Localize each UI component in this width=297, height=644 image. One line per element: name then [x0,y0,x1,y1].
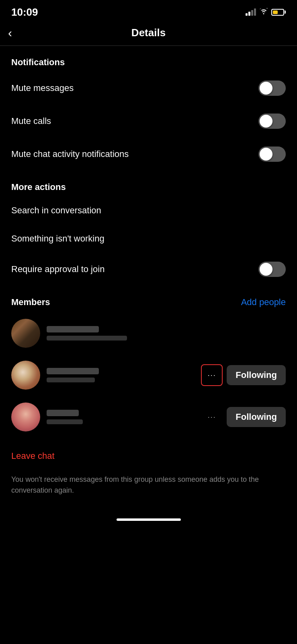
notifications-title: Notifications [11,57,65,67]
mute-chat-toggle[interactable] [258,147,286,162]
back-button[interactable]: ‹ [8,27,12,39]
member-info [47,326,286,341]
leave-chat-button[interactable]: Leave chat [0,438,297,468]
status-icons [246,8,286,17]
members-title: Members [11,297,50,308]
member-name-blur [47,368,99,374]
member-name-blur [47,326,99,332]
notifications-section: Notifications [0,46,297,72]
more-actions-section: More actions [0,171,297,196]
mute-calls-row: Mute calls [0,105,297,138]
member-sub-blur [47,378,95,382]
status-bar: 10:09 [0,0,297,22]
signal-icon [246,8,256,16]
member-actions: ··· Following [201,364,286,386]
wifi-icon [259,8,268,17]
search-conversation-label: Search in conversation [11,205,101,216]
mute-calls-label: Mute calls [11,116,51,126]
member-sub-blur [47,336,127,341]
mute-messages-row: Mute messages [0,72,297,105]
avatar [11,361,40,390]
search-conversation-row[interactable]: Search in conversation [0,196,297,225]
following-button[interactable]: Following [227,407,286,427]
following-button[interactable]: Following [227,365,286,385]
more-options-button[interactable]: ··· [201,364,223,386]
member-row: ··· Following [0,396,297,438]
battery-icon [271,9,286,16]
home-indicator [0,512,297,530]
member-row [0,312,297,354]
nav-bar: ‹ Details [0,22,297,45]
more-actions-title: More actions [11,182,66,192]
status-time: 10:09 [11,6,38,19]
require-approval-toggle[interactable] [258,262,286,277]
something-wrong-row[interactable]: Something isn't working [0,225,297,253]
mute-messages-toggle[interactable] [258,80,286,96]
member-actions: ··· Following [201,406,286,428]
member-sub-blur [47,419,83,424]
member-info [47,410,195,424]
more-options-button[interactable]: ··· [201,406,223,428]
something-wrong-label: Something isn't working [11,233,104,244]
mute-chat-label: Mute chat activity notifications [11,149,129,159]
require-approval-label: Require approval to join [11,264,104,275]
require-approval-row: Require approval to join [0,253,297,286]
avatar [11,402,40,431]
mute-calls-toggle[interactable] [258,114,286,129]
avatar [11,319,40,348]
footer-note: You won't receive messages from this gro… [0,468,297,512]
mute-chat-row: Mute chat activity notifications [0,138,297,171]
members-header: Members Add people [0,286,297,312]
member-info [47,368,195,382]
add-people-button[interactable]: Add people [241,297,286,308]
home-indicator-bar [117,518,181,521]
member-name-blur [47,410,79,416]
member-row: ··· Following [0,354,297,396]
mute-messages-label: Mute messages [11,83,74,93]
page-title: Details [131,27,166,39]
